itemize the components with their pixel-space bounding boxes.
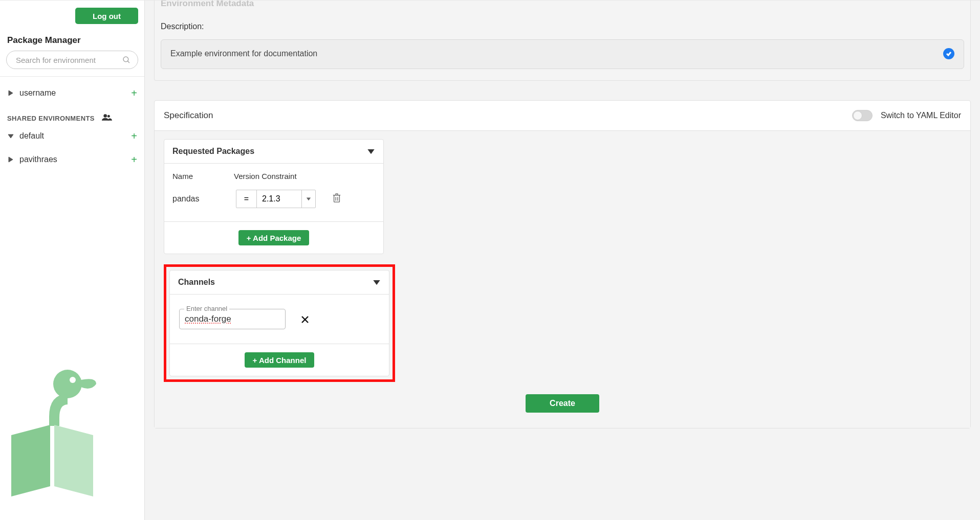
svg-marker-14	[373, 280, 380, 285]
sidebar-item-username[interactable]: username +	[7, 84, 137, 102]
constraint-dropdown[interactable]	[302, 190, 315, 208]
search-icon	[122, 55, 131, 64]
delete-package-button[interactable]	[332, 193, 341, 205]
package-row: pandas = 2.1.3	[164, 183, 383, 221]
description-field[interactable]: Example environment for documentation	[161, 39, 964, 69]
tree-item-label: pavithraes	[19, 155, 57, 164]
svg-marker-6	[9, 157, 13, 162]
remove-channel-button[interactable]	[298, 312, 312, 327]
svg-marker-10	[307, 198, 311, 201]
add-env-button[interactable]: +	[131, 154, 137, 165]
panel-title: Channels	[178, 278, 215, 287]
svg-point-7	[53, 370, 82, 398]
create-button[interactable]: Create	[526, 394, 599, 413]
channel-field-label: Enter channel	[184, 305, 229, 312]
requested-packages-header[interactable]: Requested Packages	[164, 140, 383, 164]
chevron-down-icon	[373, 278, 381, 286]
logout-button[interactable]: Log out	[75, 8, 138, 24]
requested-packages-panel: Requested Packages Name Version Constrai…	[164, 139, 384, 254]
tree-item-label: default	[19, 131, 44, 141]
add-env-button[interactable]: +	[131, 131, 137, 141]
chevron-right-icon	[7, 156, 14, 163]
svg-marker-5	[8, 134, 13, 138]
tree-item-label: username	[19, 88, 56, 98]
app-title: Package Manager	[7, 35, 138, 46]
constraint-operator[interactable]: =	[236, 190, 257, 208]
svg-marker-9	[367, 149, 374, 154]
svg-marker-2	[9, 91, 13, 96]
constraint-version[interactable]: 2.1.3	[257, 190, 302, 208]
svg-point-0	[123, 57, 128, 62]
yaml-editor-toggle[interactable]	[852, 110, 873, 121]
sidebar-item-pavithraes[interactable]: pavithraes +	[7, 150, 137, 169]
channels-highlight: Channels Enter channel	[164, 264, 395, 382]
packages-columns: Name Version Constraint	[164, 164, 383, 183]
svg-rect-11	[334, 195, 340, 202]
environment-metadata-card: Environment Metadata Description: Exampl…	[154, 1, 971, 81]
add-env-button[interactable]: +	[131, 88, 137, 98]
package-name: pandas	[172, 194, 229, 204]
panel-title: Requested Packages	[172, 147, 254, 156]
chevron-right-icon	[7, 89, 14, 97]
yaml-editor-label: Switch to YAML Editor	[881, 111, 961, 120]
chevron-down-icon	[367, 147, 375, 155]
channels-header[interactable]: Channels	[170, 270, 389, 295]
column-name: Name	[172, 172, 193, 180]
add-channel-button[interactable]: + Add Channel	[245, 352, 315, 368]
chevron-down-icon	[7, 132, 14, 140]
svg-point-4	[107, 115, 110, 118]
shared-environments-heading: SHARED ENVIRONMENTS	[0, 102, 144, 127]
svg-line-1	[127, 61, 129, 63]
valid-check-icon	[943, 48, 954, 59]
specification-heading: Specification	[164, 110, 213, 121]
description-text: Example environment for documentation	[170, 49, 317, 58]
add-package-button[interactable]: + Add Package	[238, 230, 310, 245]
version-constraint[interactable]: = 2.1.3	[236, 190, 316, 208]
svg-point-8	[70, 377, 76, 383]
sidebar: Log out Package Manager username + SHARE…	[0, 1, 145, 520]
svg-point-3	[103, 114, 107, 118]
conda-store-logo	[1, 364, 103, 512]
column-version: Version Constraint	[234, 172, 297, 180]
search-input[interactable]	[6, 51, 138, 69]
metadata-heading: Environment Metadata	[155, 1, 970, 9]
channels-panel: Channels Enter channel	[169, 270, 389, 376]
sidebar-item-default[interactable]: default +	[7, 127, 137, 145]
specification-card: Specification Switch to YAML Editor Requ…	[154, 100, 971, 428]
description-label: Description:	[161, 22, 964, 31]
main-content: Environment Metadata Description: Exampl…	[145, 1, 980, 520]
shared-users-icon	[102, 114, 112, 123]
